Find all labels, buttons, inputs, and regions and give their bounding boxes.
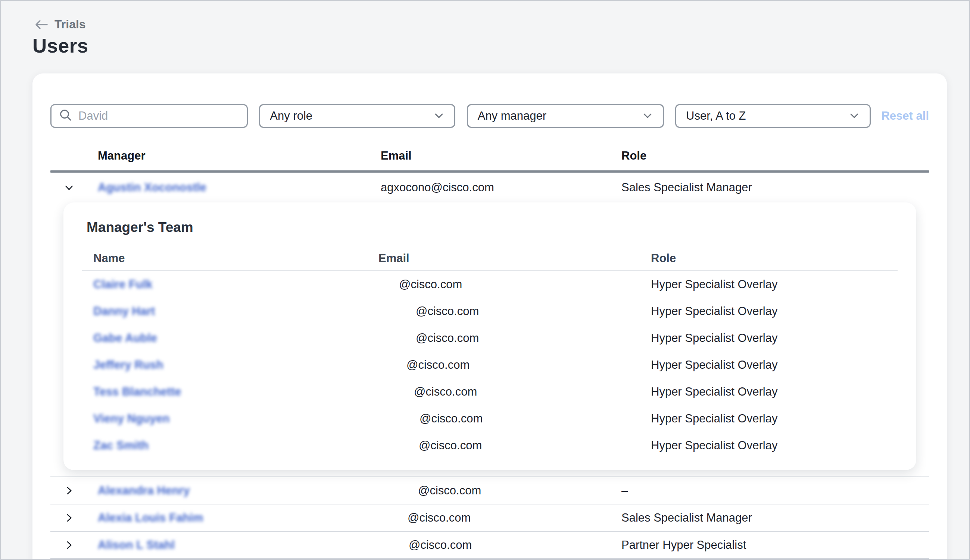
back-arrow-icon[interactable] (34, 19, 48, 30)
table-row: Claire Fulk @cisco.com Hyper Specialist … (82, 271, 898, 298)
role-select[interactable]: Any role (259, 104, 455, 128)
table-row: Tess Blanchette @cisco.com Hyper Special… (82, 378, 898, 405)
team-member-name-link[interactable]: Zac Smith (93, 439, 149, 452)
team-table-body: Claire Fulk @cisco.com Hyper Specialist … (82, 271, 898, 459)
team-member-email: @cisco.com (378, 305, 651, 318)
manager-role: Sales Specialist Manager (621, 511, 929, 525)
manager-email: @cisco.com (381, 484, 621, 497)
team-member-name-link[interactable]: Vieny Nguyen (93, 412, 169, 425)
table-row: Alexandra Henry @cisco.com – (50, 477, 929, 505)
table-row: Agustin Xoconostle agxocono@cisco.com Sa… (50, 173, 929, 202)
manager-email: @cisco.com (381, 538, 621, 552)
team-member-email: @cisco.com (378, 385, 651, 398)
breadcrumb[interactable]: Trials (34, 18, 86, 31)
manager-select-value: Any manager (478, 109, 546, 123)
team-member-role: Hyper Specialist Overlay (651, 358, 898, 372)
table-row: Gabe Auble @cisco.com Hyper Specialist O… (82, 325, 898, 352)
table-row: Danny Hart @cisco.com Hyper Specialist O… (82, 298, 898, 325)
team-panel-title: Manager's Team (87, 219, 898, 236)
team-member-email: @cisco.com (378, 332, 651, 345)
manager-role: Sales Specialist Manager (621, 181, 929, 194)
reset-all-button[interactable]: Reset all (881, 109, 929, 123)
team-member-email: @cisco.com (378, 358, 651, 372)
table-row: Vieny Nguyen @cisco.com Hyper Specialist… (82, 405, 898, 432)
manager-name-link[interactable]: Alexandra Henry (98, 484, 190, 497)
users-page: Trials Users Any role (0, 0, 970, 560)
team-member-name-link[interactable]: Gabe Auble (93, 332, 157, 345)
table-row: Zac Smith @cisco.com Hyper Specialist Ov… (82, 432, 898, 459)
team-member-email: @cisco.com (378, 278, 651, 291)
chevron-down-icon (844, 109, 860, 123)
search-icon (59, 108, 72, 123)
team-member-email: @cisco.com (378, 439, 651, 452)
team-member-role: Hyper Specialist Overlay (651, 439, 898, 452)
expand-chevron-icon[interactable] (50, 485, 98, 497)
table-row: Jeffery Rush @cisco.com Hyper Specialist… (82, 352, 898, 378)
manager-email: agxocono@cisco.com (381, 181, 621, 194)
team-member-name-link[interactable]: Claire Fulk (93, 278, 153, 291)
team-table-header: Name Email Role (82, 252, 898, 265)
expand-chevron-icon[interactable] (50, 512, 98, 524)
team-member-role: Hyper Specialist Overlay (651, 412, 898, 425)
column-header-email: Email (378, 252, 651, 265)
team-member-email: @cisco.com (378, 412, 651, 425)
team-member-name-link[interactable]: Danny Hart (93, 305, 155, 318)
search-input[interactable] (79, 109, 239, 123)
team-member-role: Hyper Specialist Overlay (651, 305, 898, 318)
column-header-name: Name (93, 252, 378, 265)
breadcrumb-label[interactable]: Trials (55, 18, 86, 31)
managers-table-body: Agustin Xoconostle agxocono@cisco.com Sa… (50, 173, 929, 559)
sort-select[interactable]: User, A to Z (675, 104, 871, 128)
chevron-down-icon (429, 109, 445, 123)
chevron-down-icon (637, 109, 653, 123)
expand-chevron-icon[interactable] (50, 182, 98, 193)
team-member-name-link[interactable]: Jeffery Rush (93, 358, 164, 372)
page-title: Users (32, 34, 89, 57)
column-header-email: Email (381, 150, 621, 162)
team-member-role: Hyper Specialist Overlay (651, 278, 898, 291)
table-row: Alison L Stahl @cisco.com Partner Hyper … (50, 532, 929, 559)
manager-role: Partner Hyper Specialist (621, 538, 929, 552)
search-box[interactable] (50, 104, 248, 128)
team-member-name-link[interactable]: Tess Blanchette (93, 385, 181, 398)
managers-table-header: Manager Email Role (50, 128, 929, 170)
manager-name-link[interactable]: Alison L Stahl (98, 538, 175, 552)
users-card: Any role Any manager User, A to Z (32, 73, 947, 560)
manager-team-panel: Manager's Team Name Email Role Claire Fu… (64, 202, 916, 470)
column-header-role: Role (621, 150, 929, 162)
column-header-role: Role (651, 252, 898, 265)
team-member-role: Hyper Specialist Overlay (651, 332, 898, 345)
filter-bar: Any role Any manager User, A to Z (50, 104, 929, 128)
table-row: Alexia Louis Fahim @cisco.com Sales Spec… (50, 505, 929, 532)
manager-select[interactable]: Any manager (467, 104, 664, 128)
expanded-row-area: Manager's Team Name Email Role Claire Fu… (50, 202, 929, 477)
manager-role: – (621, 484, 929, 497)
team-member-role: Hyper Specialist Overlay (651, 385, 898, 398)
manager-name-link[interactable]: Agustin Xoconostle (98, 181, 206, 194)
column-header-manager: Manager (98, 150, 381, 162)
manager-name-link[interactable]: Alexia Louis Fahim (98, 511, 203, 525)
role-select-value: Any role (270, 109, 313, 123)
expand-chevron-icon[interactable] (50, 539, 98, 551)
manager-email: @cisco.com (381, 511, 621, 525)
sort-select-value: User, A to Z (686, 109, 746, 123)
